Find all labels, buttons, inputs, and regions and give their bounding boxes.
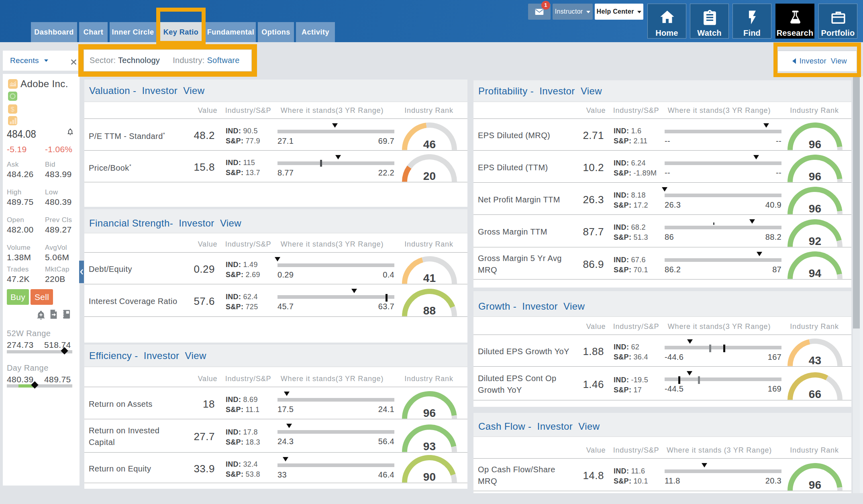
- svg-text:94: 94: [809, 267, 822, 279]
- svg-text:66: 66: [809, 388, 822, 400]
- svg-text:96: 96: [809, 479, 822, 491]
- svg-text:20: 20: [423, 170, 436, 182]
- svg-text:$: $: [11, 106, 15, 113]
- svg-text:43: 43: [809, 354, 822, 366]
- svg-text:96: 96: [423, 407, 436, 419]
- svg-text:90: 90: [423, 471, 436, 483]
- svg-text:93: 93: [423, 440, 436, 452]
- svg-text:96: 96: [809, 202, 822, 214]
- svg-text:46: 46: [423, 138, 436, 150]
- svg-text:96: 96: [809, 170, 822, 182]
- svg-text:92: 92: [809, 235, 822, 247]
- svg-text:88: 88: [423, 304, 436, 316]
- svg-text:41: 41: [423, 272, 436, 284]
- svg-text:96: 96: [809, 138, 822, 150]
